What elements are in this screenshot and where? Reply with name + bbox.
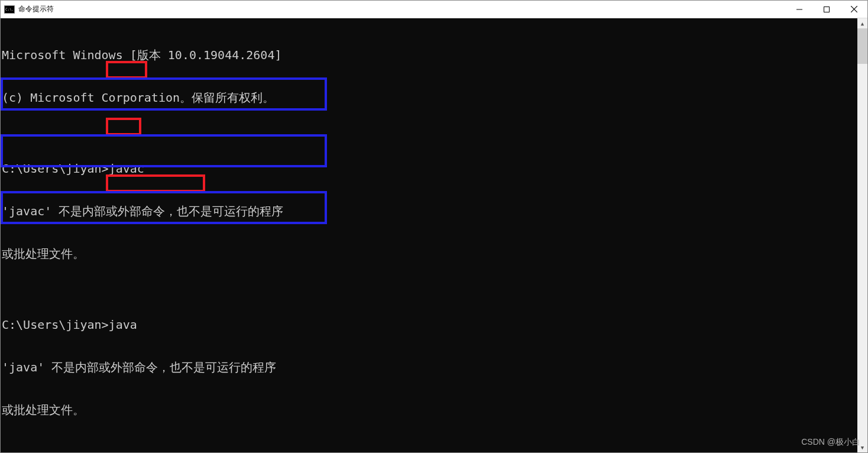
- minimize-button[interactable]: [786, 1, 813, 18]
- error-java-2: 或批处理文件。: [2, 403, 867, 417]
- maximize-button[interactable]: [813, 1, 840, 18]
- error-javac-2: 或批处理文件。: [2, 247, 867, 261]
- highlight-java-cmd: [106, 118, 141, 135]
- maximize-icon: [824, 7, 830, 12]
- error-java-1: 'java' 不是内部或外部命令，也不是可运行的程序: [2, 360, 867, 374]
- close-icon: [851, 6, 857, 12]
- window-controls: [786, 1, 867, 18]
- window-title: 命令提示符: [18, 4, 54, 14]
- minimize-icon: [796, 7, 802, 12]
- command-prompt-window: C:\. 命令提示符 Microsoft Windows [版本 10.0.19…: [0, 0, 868, 453]
- svg-rect-1: [824, 7, 830, 12]
- scroll-up-icon[interactable]: ▲: [857, 18, 867, 28]
- watermark: CSDN @极小白: [801, 435, 860, 449]
- scrollbar-thumb[interactable]: [857, 28, 867, 64]
- title-left: C:\. 命令提示符: [1, 4, 54, 14]
- highlight-javac-cmd: [106, 61, 147, 79]
- highlight-java-version-cmd: [106, 174, 205, 192]
- version-line: Microsoft Windows [版本 10.0.19044.2604]: [2, 48, 867, 62]
- titlebar[interactable]: C:\. 命令提示符: [1, 1, 867, 18]
- scrollbar[interactable]: ▲ ▼: [857, 18, 867, 452]
- app-icon: C:\.: [4, 5, 15, 14]
- error-javac-1: 'javac' 不是内部或外部命令，也不是可运行的程序: [2, 204, 867, 218]
- copyright-line: (c) Microsoft Corporation。保留所有权利。: [2, 90, 867, 105]
- close-button[interactable]: [840, 1, 867, 18]
- terminal-area[interactable]: Microsoft Windows [版本 10.0.19044.2604] (…: [1, 18, 867, 452]
- prompt-java: C:\Users\jiyan>java: [2, 318, 867, 332]
- prompt-javac: C:\Users\jiyan>javac: [2, 161, 867, 176]
